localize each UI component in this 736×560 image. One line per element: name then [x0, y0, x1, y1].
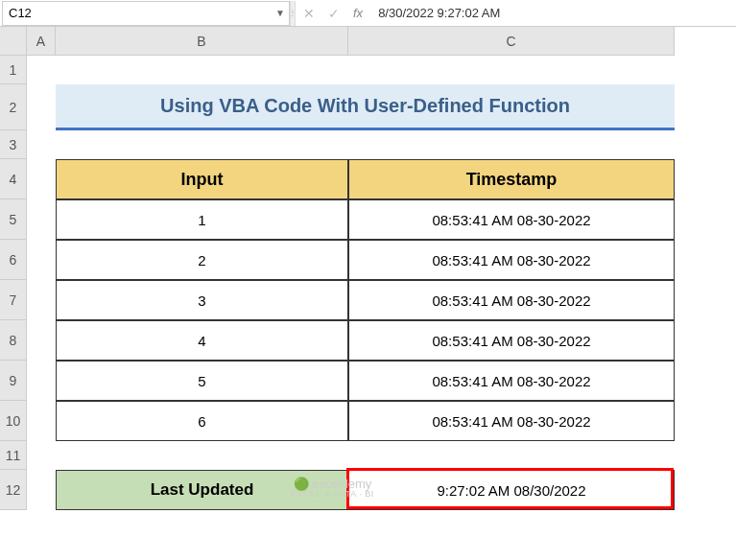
table-header-input-text: Input	[181, 170, 224, 190]
name-box-value: C12	[9, 6, 32, 20]
col-header-C[interactable]: C	[348, 27, 675, 56]
table-cell-input-3[interactable]: 4	[56, 320, 348, 361]
table-cell-timestamp-4[interactable]: 08:53:41 AM 08-30-2022	[348, 361, 675, 401]
table-cell-input-2[interactable]: 3	[56, 280, 348, 320]
last-updated-label-text: Last Updated	[151, 480, 254, 500]
row-header-10[interactable]: 10	[0, 401, 27, 441]
sheet-title[interactable]: Using VBA Code With User-Defined Functio…	[56, 84, 675, 130]
column-headers: ABC	[27, 27, 675, 56]
table-cell-timestamp-4-text: 08:53:41 AM 08-30-2022	[432, 373, 590, 389]
table-cell-input-0[interactable]: 1	[56, 199, 348, 240]
row-headers: 123456789101112	[0, 56, 27, 510]
table-cell-input-2-text: 3	[198, 292, 205, 309]
row-header-3[interactable]: 3	[0, 130, 27, 159]
cells-area[interactable]: Using VBA Code With User-Defined Functio…	[27, 56, 736, 560]
enter-icon[interactable]: ✓	[328, 6, 340, 21]
last-updated-value-text: 9:27:02 AM 08/30/2022	[437, 482, 585, 499]
col-header-B[interactable]: B	[56, 27, 348, 56]
formula-bar: C12 ▼ ⋮ ✕ ✓ fx 8/30/2022 9:27:02 AM	[0, 0, 736, 27]
row-header-12[interactable]: 12	[0, 470, 27, 510]
row-header-2[interactable]: 2	[0, 84, 27, 130]
cancel-icon[interactable]: ✕	[303, 6, 315, 21]
table-cell-input-5-text: 6	[198, 413, 205, 430]
row-header-9[interactable]: 9	[0, 361, 27, 401]
table-cell-timestamp-2-text: 08:53:41 AM 08-30-2022	[432, 292, 590, 309]
table-cell-input-1[interactable]: 2	[56, 240, 348, 280]
formula-input[interactable]: 8/30/2022 9:27:02 AM	[370, 6, 736, 20]
table-header-input[interactable]: Input	[56, 159, 348, 199]
table-cell-timestamp-1-text: 08:53:41 AM 08-30-2022	[432, 252, 590, 268]
table-cell-input-0-text: 1	[198, 212, 205, 228]
table-cell-timestamp-3[interactable]: 08:53:41 AM 08-30-2022	[348, 320, 675, 361]
row-header-4[interactable]: 4	[0, 159, 27, 199]
name-box[interactable]: C12 ▼	[2, 1, 290, 26]
table-cell-timestamp-3-text: 08:53:41 AM 08-30-2022	[432, 333, 590, 349]
table-cell-input-1-text: 2	[198, 252, 205, 268]
table-cell-input-4-text: 5	[198, 373, 205, 389]
table-cell-input-5[interactable]: 6	[56, 401, 348, 441]
table-cell-input-4[interactable]: 5	[56, 361, 348, 401]
last-updated-label[interactable]: Last Updated	[56, 470, 348, 510]
table-cell-timestamp-5-text: 08:53:41 AM 08-30-2022	[432, 413, 590, 430]
row-header-11[interactable]: 11	[0, 441, 27, 470]
fx-icon[interactable]: fx	[353, 6, 363, 20]
formula-bar-buttons: ✕ ✓ fx	[296, 6, 370, 21]
chevron-down-icon[interactable]: ▼	[275, 8, 285, 18]
table-cell-timestamp-0-text: 08:53:41 AM 08-30-2022	[432, 212, 590, 228]
table-cell-timestamp-2[interactable]: 08:53:41 AM 08-30-2022	[348, 280, 675, 320]
last-updated-value[interactable]: 9:27:02 AM 08/30/2022	[348, 470, 675, 510]
table-header-timestamp[interactable]: Timestamp	[348, 159, 675, 199]
table-cell-timestamp-1[interactable]: 08:53:41 AM 08-30-2022	[348, 240, 675, 280]
select-all-corner[interactable]	[0, 27, 27, 56]
sheet-title-text: Using VBA Code With User-Defined Functio…	[160, 95, 570, 117]
row-header-7[interactable]: 7	[0, 280, 27, 320]
table-cell-input-3-text: 4	[198, 333, 205, 349]
table-cell-timestamp-0[interactable]: 08:53:41 AM 08-30-2022	[348, 199, 675, 240]
table-cell-timestamp-5[interactable]: 08:53:41 AM 08-30-2022	[348, 401, 675, 441]
spreadsheet-grid: ABC 123456789101112 Using VBA Code With …	[0, 27, 736, 560]
formula-value: 8/30/2022 9:27:02 AM	[378, 6, 500, 20]
row-header-5[interactable]: 5	[0, 199, 27, 240]
row-header-6[interactable]: 6	[0, 240, 27, 280]
col-header-A[interactable]: A	[27, 27, 56, 56]
table-header-timestamp-text: Timestamp	[466, 170, 558, 190]
row-header-8[interactable]: 8	[0, 320, 27, 361]
row-header-1[interactable]: 1	[0, 56, 27, 84]
